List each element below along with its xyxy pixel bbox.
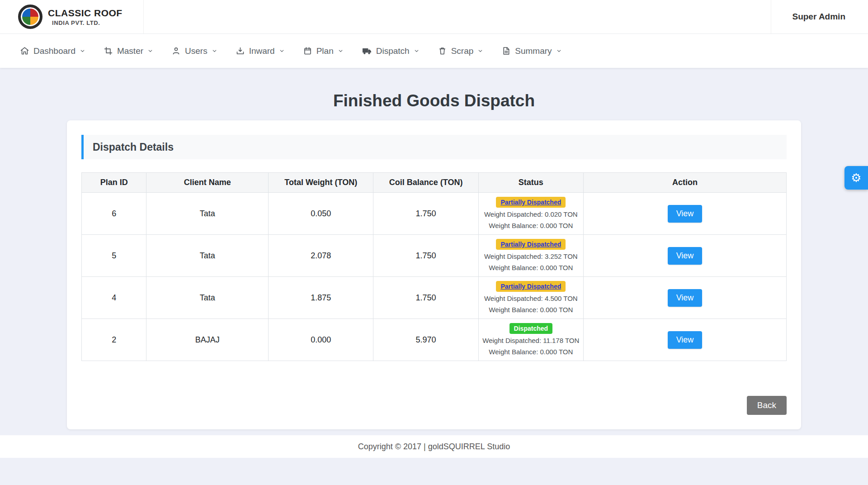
status-badge: Dispatched	[509, 323, 552, 334]
document-icon	[501, 46, 511, 56]
column-header-plan-id: Plan ID	[82, 173, 146, 193]
plan-id-cell: 6	[82, 193, 146, 235]
client-name-cell: BAJAJ	[146, 319, 269, 361]
column-header-coil-balance: Coil Balance (TON)	[373, 173, 478, 193]
settings-fab[interactable]: ⚙	[844, 166, 868, 190]
coil-balance-cell: 1.750	[373, 235, 478, 277]
view-button[interactable]: View	[668, 247, 703, 265]
total-weight-cell: 0.050	[269, 193, 373, 235]
weight-balance-text: Weight Balance: 0.000 TON	[481, 305, 581, 314]
logo-text: CLASSIC ROOF INDIA PVT. LTD.	[48, 8, 123, 26]
chevron-down-icon	[80, 46, 85, 56]
coil-balance-cell: 1.750	[373, 193, 478, 235]
back-row: Back	[81, 396, 787, 415]
nav-label: Users	[185, 46, 208, 56]
nav-label: Dashboard	[33, 46, 75, 56]
card-title: Dispatch Details	[93, 141, 174, 153]
card-header: Dispatch Details	[81, 135, 787, 159]
company-logo-icon	[18, 5, 42, 29]
weight-dispatched-text: Weight Dispatched: 4.500 TON	[481, 294, 581, 303]
weight-dispatched-text: Weight Dispatched: 3.252 TON	[481, 252, 581, 261]
person-icon	[171, 46, 181, 56]
plan-id-cell: 4	[82, 277, 146, 319]
action-cell: View	[583, 319, 786, 361]
home-icon	[20, 46, 29, 56]
header-spacer	[144, 0, 771, 33]
plan-id-cell: 5	[82, 235, 146, 277]
logo-title: CLASSIC ROOF	[48, 8, 123, 19]
column-header-client-name: Client Name	[146, 173, 269, 193]
table-row: 2 BAJAJ 0.000 5.970 Dispatched Weight Di…	[82, 319, 787, 361]
action-cell: View	[583, 193, 786, 235]
chevron-down-icon	[338, 46, 344, 56]
nav-label: Summary	[515, 46, 552, 56]
scrap-bin-icon	[438, 46, 447, 56]
column-header-total-weight: Total Weight (TON)	[269, 173, 373, 193]
table-header-row: Plan ID Client Name Total Weight (TON) C…	[82, 173, 787, 193]
status-cell: Partially Dispatched Weight Dispatched: …	[478, 277, 583, 319]
table-row: 5 Tata 2.078 1.750 Partially Dispatched …	[82, 235, 787, 277]
status-cell: Partially Dispatched Weight Dispatched: …	[478, 235, 583, 277]
nav-item-dashboard[interactable]: Dashboard	[20, 46, 85, 56]
client-name-cell: Tata	[146, 277, 269, 319]
weight-dispatched-text: Weight Dispatched: 11.178 TON	[481, 336, 581, 345]
total-weight-cell: 0.000	[269, 319, 373, 361]
coil-balance-cell: 1.750	[373, 277, 478, 319]
nav-label: Inward	[249, 46, 275, 56]
nav-item-users[interactable]: Users	[171, 46, 217, 56]
chevron-down-icon	[147, 46, 153, 56]
coil-balance-cell: 5.970	[373, 319, 478, 361]
nav-item-scrap[interactable]: Scrap	[438, 46, 484, 56]
view-button[interactable]: View	[668, 331, 703, 349]
column-header-action: Action	[583, 173, 786, 193]
weight-balance-text: Weight Balance: 0.000 TON	[481, 263, 581, 272]
nav-item-inward[interactable]: Inward	[236, 46, 285, 56]
nav-item-dispatch[interactable]: Dispatch	[362, 46, 420, 56]
column-header-status: Status	[478, 173, 583, 193]
chevron-down-icon	[279, 46, 285, 56]
total-weight-cell: 1.875	[269, 277, 373, 319]
copyright-text: Copyright © 2017 | goldSQUIRREL Studio	[358, 442, 510, 452]
status-badge[interactable]: Partially Dispatched	[496, 197, 566, 208]
plan-id-cell: 2	[82, 319, 146, 361]
chevron-down-icon	[212, 46, 217, 56]
status-badge[interactable]: Partially Dispatched	[496, 239, 566, 250]
status-badge[interactable]: Partially Dispatched	[496, 281, 566, 292]
user-menu[interactable]: Super Admin	[771, 0, 868, 33]
weight-dispatched-text: Weight Dispatched: 0.020 TON	[481, 210, 581, 219]
back-button[interactable]: Back	[747, 396, 787, 415]
page-title: Finished Goods Dispatch	[0, 91, 868, 110]
crop-icon	[104, 46, 113, 56]
chevron-down-icon	[477, 46, 483, 56]
nav-label: Plan	[316, 46, 334, 56]
top-header: CLASSIC ROOF INDIA PVT. LTD. Super Admin	[0, 0, 868, 34]
client-name-cell: Tata	[146, 235, 269, 277]
nav-label: Dispatch	[376, 46, 410, 56]
view-button[interactable]: View	[668, 289, 703, 307]
truck-icon	[362, 46, 372, 56]
view-button[interactable]: View	[668, 205, 703, 223]
logo-subtitle: INDIA PVT. LTD.	[48, 19, 123, 26]
footer: Copyright © 2017 | goldSQUIRREL Studio	[0, 435, 868, 458]
status-cell: Partially Dispatched Weight Dispatched: …	[478, 193, 583, 235]
nav-label: Scrap	[451, 46, 474, 56]
table-row: 4 Tata 1.875 1.750 Partially Dispatched …	[82, 277, 787, 319]
weight-balance-text: Weight Balance: 0.000 TON	[481, 221, 581, 230]
chevron-down-icon	[556, 46, 562, 56]
weight-balance-text: Weight Balance: 0.000 TON	[481, 347, 581, 357]
action-cell: View	[583, 235, 786, 277]
status-cell: Dispatched Weight Dispatched: 11.178 TON…	[478, 319, 583, 361]
nav-item-plan[interactable]: Plan	[303, 46, 344, 56]
dispatch-details-card: Dispatch Details Plan ID Client Name Tot…	[67, 120, 801, 429]
nav-item-master[interactable]: Master	[104, 46, 153, 56]
inward-tray-icon	[236, 46, 245, 56]
logo[interactable]: CLASSIC ROOF INDIA PVT. LTD.	[0, 0, 144, 33]
gear-icon: ⚙	[851, 171, 861, 185]
nav-item-summary[interactable]: Summary	[501, 46, 561, 56]
dispatch-table: Plan ID Client Name Total Weight (TON) C…	[81, 172, 787, 361]
table-row: 6 Tata 0.050 1.750 Partially Dispatched …	[82, 193, 787, 235]
chevron-down-icon	[414, 46, 420, 56]
calendar-icon	[303, 46, 312, 56]
client-name-cell: Tata	[146, 193, 269, 235]
action-cell: View	[583, 277, 786, 319]
